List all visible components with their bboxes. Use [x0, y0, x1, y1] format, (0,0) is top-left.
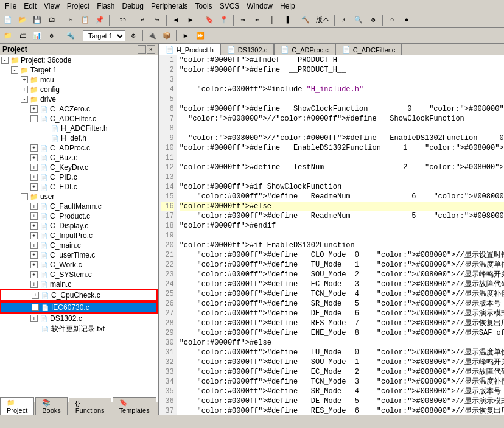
- tree-file-adproc[interactable]: + 📄 C_ADProc.c: [0, 143, 158, 153]
- t2-1[interactable]: 📁: [1, 30, 15, 42]
- edi-expand[interactable]: +: [30, 183, 38, 191]
- tree-file-changelog[interactable]: 📄 软件更新记录.txt: [0, 323, 158, 335]
- tree-file-display[interactable]: + 📄 C_Display.c: [0, 221, 158, 231]
- product-expand[interactable]: +: [30, 212, 38, 220]
- menu-file[interactable]: File: [1, 1, 20, 12]
- fwd-btn[interactable]: ▶: [184, 14, 197, 26]
- display-expand[interactable]: +: [30, 222, 38, 230]
- tree-file-ds1302[interactable]: + 📄 DS1302.c: [0, 314, 158, 323]
- tree-file-hdef[interactable]: 📄 H_def.h: [0, 133, 158, 143]
- t2-6[interactable]: ⚙: [127, 30, 140, 42]
- tab-templates[interactable]: 🔖 Templates: [113, 397, 156, 415]
- t5[interactable]: ●: [400, 14, 413, 26]
- iec60730-expand[interactable]: +: [32, 304, 39, 311]
- tree-file-main[interactable]: + 📄 main.c: [0, 279, 158, 289]
- project-minimize-btn[interactable]: _: [138, 45, 146, 54]
- tree-file-cmain[interactable]: + 📄 C_main.c: [0, 240, 158, 250]
- keydrv-expand[interactable]: +: [30, 164, 38, 171]
- open-btn[interactable]: 📂: [16, 14, 29, 26]
- save-btn[interactable]: 💾: [30, 14, 44, 26]
- menu-flash[interactable]: Flash: [93, 1, 118, 12]
- user-expand[interactable]: -: [21, 193, 28, 200]
- tree-file-pid[interactable]: + 📄 C_PID.c: [0, 172, 158, 182]
- col-btn[interactable]: ║: [265, 14, 279, 26]
- editor-tab-cadproc[interactable]: 📄 C_ADProc.c: [274, 44, 335, 55]
- code-editor[interactable]: 1234567891011121314151617181920212223242…: [159, 55, 504, 415]
- menu-window[interactable]: Window: [243, 1, 276, 12]
- editor-tab-cadcfilter[interactable]: 📄 C_ADCFilter.c: [335, 44, 402, 55]
- unindent-btn[interactable]: ⇤: [251, 14, 264, 26]
- t2-10[interactable]: ⏩: [194, 30, 207, 42]
- save-all-btn[interactable]: 🗂: [45, 14, 58, 26]
- code-content[interactable]: "color:#0000ff">#ifndef __PRODUCT_H_"col…: [177, 55, 504, 415]
- pid-expand[interactable]: +: [30, 174, 38, 181]
- target-dropdown[interactable]: Target 1: [83, 30, 125, 41]
- menu-view[interactable]: View: [40, 1, 63, 12]
- build-btn[interactable]: 🔨: [299, 14, 312, 26]
- menu-project[interactable]: Project: [63, 1, 93, 12]
- cmain-expand[interactable]: +: [30, 242, 38, 249]
- tree-file-product[interactable]: + 📄 C_Product.c: [0, 211, 158, 221]
- buz-expand[interactable]: +: [30, 154, 38, 161]
- project-close-btn[interactable]: ×: [147, 45, 155, 54]
- menu-tools[interactable]: Tools: [192, 1, 216, 12]
- adproc-expand[interactable]: +: [30, 144, 38, 152]
- work-expand[interactable]: +: [30, 261, 38, 268]
- tree-file-faultmanm[interactable]: + 📄 C_FaultManm.c: [0, 202, 158, 211]
- t2-9[interactable]: ▶: [179, 30, 192, 42]
- tree-file-inputpro[interactable]: + 📄 C_InputPro.c: [0, 231, 158, 240]
- editor-tab-hproduct[interactable]: 📄 H_Product.h: [159, 44, 220, 55]
- menu-svcs[interactable]: SVCS: [216, 1, 243, 12]
- t2-5[interactable]: 🔩: [64, 30, 77, 42]
- t2-8[interactable]: 📦: [160, 30, 173, 42]
- tree-user[interactable]: - 📁 user: [0, 192, 158, 202]
- tree-file-aczero[interactable]: + 📄 C_ACZero.c: [0, 104, 158, 114]
- col2-btn[interactable]: ▐: [280, 14, 293, 26]
- tree-mcu[interactable]: + 📁 mcu: [0, 75, 158, 85]
- tab-project[interactable]: 📁 Project: [0, 397, 34, 415]
- tree-drive[interactable]: - 📁 drive: [0, 94, 158, 104]
- faultmanm-expand[interactable]: +: [30, 203, 38, 210]
- root-expand[interactable]: -: [1, 57, 9, 64]
- t2-3[interactable]: 📊: [30, 30, 44, 42]
- undo-btn[interactable]: ↩: [136, 14, 149, 26]
- menu-peripherals[interactable]: Peripherals: [147, 1, 192, 12]
- bookmark2-btn[interactable]: 📍: [217, 14, 231, 26]
- target-expand[interactable]: -: [11, 66, 18, 74]
- logo-btn[interactable]: Lɔɔ: [112, 14, 130, 26]
- system-expand[interactable]: +: [30, 271, 38, 278]
- tree-file-hadcfilter[interactable]: 📄 H_ADCFilter.h: [0, 124, 158, 133]
- tree-file-work[interactable]: + 📄 C_Work.c: [0, 260, 158, 270]
- tree-file-usertime[interactable]: + 📄 C_userTime.c: [0, 250, 158, 260]
- ds1302-expand[interactable]: +: [30, 315, 38, 322]
- indent-btn[interactable]: ⇥: [236, 14, 250, 26]
- aczero-expand[interactable]: +: [30, 105, 38, 113]
- tab-books[interactable]: 📚 Books: [35, 397, 68, 415]
- t2-7[interactable]: 🔌: [145, 30, 159, 42]
- tree-file-cpucheck[interactable]: + 📄 C_CpuCheck.c: [0, 289, 158, 301]
- t2-2[interactable]: 🗃: [16, 30, 29, 42]
- main-expand[interactable]: +: [30, 281, 38, 288]
- tree-file-adcfilter[interactable]: - 📄 C_ADCFilter.c: [0, 114, 158, 124]
- config-expand[interactable]: +: [21, 86, 28, 93]
- tree-file-iec60730[interactable]: + 📄 IEC60730.c: [0, 301, 158, 314]
- tree-target1[interactable]: - 📁 Target 1: [0, 65, 158, 75]
- tab-functions[interactable]: {} Functions: [69, 398, 111, 415]
- bookmark-btn[interactable]: 🔖: [203, 14, 216, 26]
- menu-edit[interactable]: Edit: [20, 1, 40, 12]
- copy-btn[interactable]: 📋: [79, 14, 92, 26]
- new-btn[interactable]: 📄: [1, 14, 15, 26]
- paste-btn[interactable]: 📌: [93, 14, 107, 26]
- usertime-expand[interactable]: +: [30, 251, 38, 259]
- redo-btn[interactable]: ↪: [150, 14, 164, 26]
- tree-file-keydrv[interactable]: + 📄 C_KeyDrv.c: [0, 163, 158, 172]
- cut-btn[interactable]: ✂: [64, 14, 77, 26]
- drive-expand[interactable]: -: [21, 96, 28, 103]
- menu-help[interactable]: Help: [276, 1, 299, 12]
- menu-debug[interactable]: Debug: [119, 1, 147, 12]
- t2[interactable]: 🔍: [352, 14, 365, 26]
- back-btn[interactable]: ◀: [169, 14, 183, 26]
- tree-root-project[interactable]: - 📁 Project: 36code: [0, 55, 158, 65]
- inputpro-expand[interactable]: +: [30, 232, 38, 239]
- cpucheck-expand[interactable]: +: [32, 292, 39, 299]
